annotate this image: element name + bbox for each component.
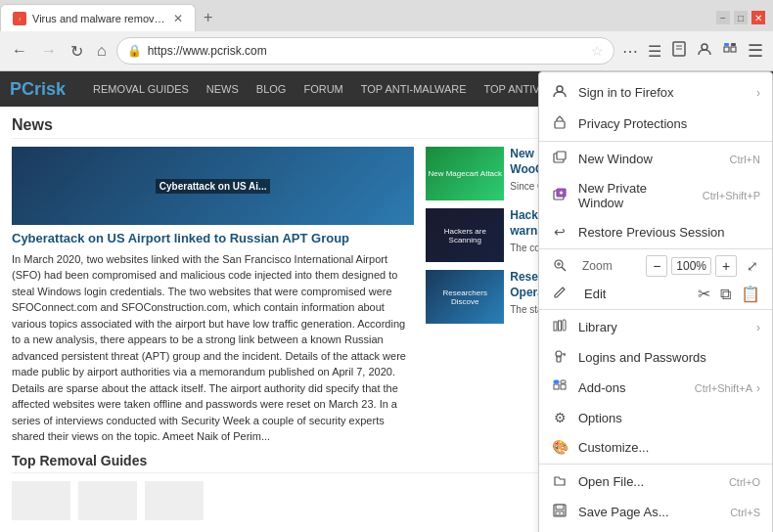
menu-item-library[interactable]: Library › bbox=[539, 312, 772, 342]
cut-icon-btn[interactable]: ✂ bbox=[698, 285, 710, 303]
sign-in-label: Sign in to Firefox bbox=[578, 85, 752, 100]
tab-title: Virus and malware removal ins... bbox=[32, 13, 165, 24]
svg-rect-7 bbox=[731, 47, 736, 52]
firefox-menu: Sign in to Firefox › Privacy Protections… bbox=[538, 71, 773, 532]
bookmarks-btn[interactable] bbox=[669, 39, 689, 63]
open-file-label: Open File... bbox=[578, 474, 721, 489]
home-button[interactable]: ⌂ bbox=[93, 40, 111, 62]
separator-3 bbox=[539, 309, 772, 310]
menu-item-logins[interactable]: Logins and Passwords bbox=[539, 342, 772, 373]
side-article-0-thumb: New Magecart Attack bbox=[426, 147, 504, 200]
options-icon: ⚙ bbox=[551, 410, 568, 425]
page-content: PCrisk REMOVAL GUIDES NEWS BLOG FORUM TO… bbox=[0, 71, 773, 532]
library-arrow: › bbox=[756, 321, 760, 334]
forward-button[interactable]: → bbox=[37, 40, 61, 62]
edit-row: Edit ✂ ⧉ 📋 bbox=[539, 281, 772, 307]
logo-pc: PC bbox=[10, 79, 34, 99]
svg-rect-6 bbox=[724, 47, 729, 52]
thumb-label-0: New Magecart Attack bbox=[426, 167, 504, 180]
lock-icon: 🔒 bbox=[127, 44, 142, 58]
svg-rect-31 bbox=[561, 380, 566, 383]
svg-rect-21 bbox=[554, 322, 557, 331]
menu-item-open-file[interactable]: Open File... Ctrl+O bbox=[539, 466, 772, 497]
svg-point-10 bbox=[557, 86, 563, 92]
svg-rect-9 bbox=[731, 43, 736, 46]
save-page-shortcut: Ctrl+S bbox=[730, 507, 760, 518]
address-bar: ← → ↻ ⌂ 🔒 https://www.pcrisk.com ☆ ⋯ ☰ ☰ bbox=[0, 31, 773, 70]
tab-close-button[interactable]: ✕ bbox=[173, 12, 183, 25]
nav-news[interactable]: NEWS bbox=[199, 75, 247, 103]
svg-line-18 bbox=[562, 267, 566, 271]
separator-4 bbox=[539, 464, 772, 465]
reader-view-btn[interactable]: ☰ bbox=[646, 40, 663, 63]
minimize-button[interactable]: − bbox=[716, 11, 730, 24]
nav-forum[interactable]: FORUM bbox=[296, 75, 350, 103]
main-article-title[interactable]: Cyberattack on US Airport linked to Russ… bbox=[12, 231, 414, 247]
menu-item-privacy[interactable]: Privacy Protections bbox=[539, 109, 772, 139]
svg-rect-13 bbox=[557, 152, 566, 159]
sign-in-arrow: › bbox=[756, 86, 760, 100]
back-button[interactable]: ← bbox=[8, 40, 31, 62]
addons-arrow: › bbox=[756, 381, 760, 395]
sign-in-icon bbox=[551, 83, 568, 102]
paste-icon-btn[interactable]: 📋 bbox=[741, 285, 760, 303]
nav-removal-guides[interactable]: REMOVAL GUIDES bbox=[85, 75, 197, 103]
nav-anti-malware[interactable]: TOP ANTI-MALWARE bbox=[353, 75, 475, 103]
edit-action-icons: ✂ ⧉ 📋 bbox=[698, 285, 760, 303]
menu-item-sign-in[interactable]: Sign in to Firefox › bbox=[539, 76, 772, 109]
site-logo: PCrisk bbox=[10, 79, 66, 100]
private-window-label: New Private Window bbox=[578, 181, 695, 210]
zoom-in-button[interactable]: + bbox=[715, 255, 737, 277]
account-btn[interactable] bbox=[695, 39, 714, 63]
menu-item-customize[interactable]: 🎨 Customize... bbox=[539, 432, 772, 462]
side-article-2-thumb: Researchers Discove bbox=[426, 270, 504, 324]
window-controls: − □ ✕ bbox=[716, 11, 773, 24]
addons-icon bbox=[551, 379, 568, 396]
svg-point-16 bbox=[560, 191, 563, 194]
main-article: Cyberattack on US Ai... Cyberattack on U… bbox=[12, 147, 414, 445]
tab-bar: ! Virus and malware removal ins... ✕ + −… bbox=[0, 0, 773, 31]
private-window-shortcut: Ctrl+Shift+P bbox=[703, 190, 760, 201]
menu-item-private-window[interactable]: New Private Window Ctrl+Shift+P bbox=[539, 174, 772, 217]
menu-item-restore[interactable]: ↩ Restore Previous Session bbox=[539, 217, 772, 246]
bookmark-star-icon[interactable]: ☆ bbox=[591, 43, 604, 59]
url-display: https://www.pcrisk.com bbox=[148, 44, 585, 58]
address-field[interactable]: 🔒 https://www.pcrisk.com ☆ bbox=[116, 37, 614, 65]
copy-icon-btn[interactable]: ⧉ bbox=[720, 285, 731, 303]
menu-item-save-page[interactable]: Save Page As... Ctrl+S bbox=[539, 497, 772, 527]
svg-rect-30 bbox=[554, 380, 559, 383]
svg-rect-8 bbox=[724, 43, 729, 46]
new-window-shortcut: Ctrl+N bbox=[730, 154, 760, 165]
menu-item-addons[interactable]: Add-ons Ctrl+Shift+A › bbox=[539, 373, 772, 403]
separator-1 bbox=[539, 141, 772, 142]
close-button[interactable]: ✕ bbox=[751, 11, 765, 24]
maximize-button[interactable]: □ bbox=[734, 11, 748, 24]
open-file-icon bbox=[551, 473, 568, 490]
customize-label: Customize... bbox=[578, 440, 760, 455]
options-label: Options bbox=[578, 411, 760, 425]
svg-rect-11 bbox=[555, 121, 565, 128]
new-window-icon bbox=[551, 151, 568, 167]
menu-item-new-window[interactable]: New Window Ctrl+N bbox=[539, 144, 772, 174]
extensions-icon-btn[interactable]: ⋯ bbox=[620, 40, 640, 63]
svg-rect-33 bbox=[556, 505, 564, 510]
restore-icon: ↩ bbox=[551, 224, 568, 240]
zoom-label: Zoom bbox=[582, 259, 642, 273]
library-icon bbox=[551, 319, 568, 335]
menu-item-options[interactable]: ⚙ Options bbox=[539, 403, 772, 432]
addons-shortcut: Ctrl+Shift+A bbox=[695, 382, 752, 394]
active-tab[interactable]: ! Virus and malware removal ins... ✕ bbox=[0, 4, 196, 31]
nav-blog[interactable]: BLOG bbox=[249, 75, 295, 103]
library-label: Library bbox=[578, 320, 752, 334]
zoom-out-button[interactable]: − bbox=[646, 255, 667, 277]
main-article-text: In March 2020, two websites linked with … bbox=[12, 251, 414, 445]
edit-label: Edit bbox=[584, 287, 692, 301]
new-tab-button[interactable]: + bbox=[196, 9, 220, 26]
zoom-fullscreen-button[interactable]: ⤢ bbox=[745, 256, 760, 276]
save-page-label: Save Page As... bbox=[578, 505, 722, 519]
menu-button[interactable]: ☰ bbox=[746, 38, 765, 64]
menu-item-print[interactable]: Print... bbox=[539, 527, 772, 532]
reload-button[interactable]: ↻ bbox=[67, 40, 87, 63]
addons-icon-btn[interactable] bbox=[720, 39, 740, 63]
private-window-icon bbox=[551, 188, 568, 204]
